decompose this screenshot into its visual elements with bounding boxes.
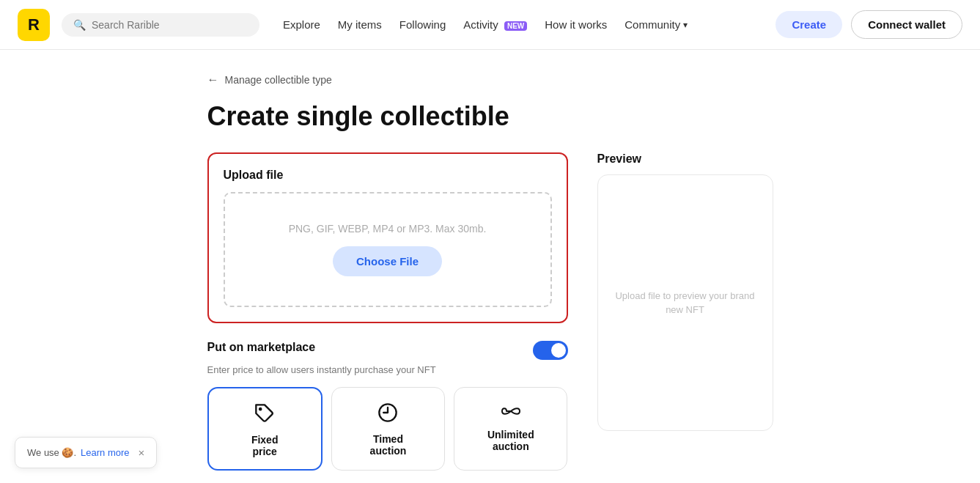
sale-card-unlimited[interactable]: Unlimitedauction bbox=[454, 387, 567, 471]
main: ← Manage collectible type Create single … bbox=[0, 50, 980, 471]
marketplace-row: Put on marketplace bbox=[207, 341, 568, 360]
logo[interactable]: R bbox=[18, 9, 50, 41]
choose-file-button[interactable]: Choose File bbox=[333, 246, 442, 276]
unlimited-auction-label: Unlimitedauction bbox=[487, 429, 534, 452]
breadcrumb-label: Manage collectible type bbox=[225, 74, 332, 86]
toggle-knob bbox=[551, 343, 566, 358]
nav-right: Create Connect wallet bbox=[775, 10, 962, 39]
nav-activity[interactable]: Activity NEW bbox=[463, 18, 527, 31]
search-input[interactable] bbox=[92, 19, 248, 31]
chevron-down-icon: ▾ bbox=[683, 20, 688, 30]
header: R 🔍 Explore My items Following Activity … bbox=[0, 0, 980, 50]
upload-label: Upload file bbox=[224, 169, 552, 182]
upload-hint: PNG, GIF, WEBP, MP4 or MP3. Max 30mb. bbox=[289, 223, 487, 235]
fixed-price-label: Fixedprice bbox=[251, 434, 279, 457]
content-area: ← Manage collectible type Create single … bbox=[190, 73, 791, 471]
nav-explore[interactable]: Explore bbox=[283, 18, 320, 31]
nav-my-items[interactable]: My items bbox=[338, 18, 382, 31]
cookie-close-button[interactable]: × bbox=[139, 446, 145, 459]
timed-auction-label: Timedauction bbox=[370, 433, 407, 457]
breadcrumb[interactable]: ← Manage collectible type bbox=[207, 73, 773, 86]
fixed-price-icon bbox=[254, 403, 275, 427]
cookie-text: We use 🍪. bbox=[27, 447, 76, 458]
nav-how-it-works[interactable]: How it works bbox=[545, 18, 607, 31]
page-title: Create single collectible bbox=[207, 101, 773, 132]
upload-section: Upload file PNG, GIF, WEBP, MP4 or MP3. … bbox=[207, 152, 568, 323]
create-button[interactable]: Create bbox=[775, 11, 842, 38]
preview-box: Upload file to preview your brand new NF… bbox=[597, 174, 773, 431]
unlimited-auction-icon bbox=[499, 402, 523, 421]
nav-following[interactable]: Following bbox=[399, 18, 446, 31]
upload-dropzone[interactable]: PNG, GIF, WEBP, MP4 or MP3. Max 30mb. Ch… bbox=[224, 192, 552, 307]
preview-panel: Preview Upload file to preview your bran… bbox=[597, 152, 773, 471]
svg-point-0 bbox=[259, 408, 261, 410]
connect-wallet-button[interactable]: Connect wallet bbox=[851, 10, 962, 39]
back-arrow-icon: ← bbox=[207, 73, 219, 86]
nav-links: Explore My items Following Activity NEW … bbox=[283, 18, 764, 31]
form-and-preview: Upload file PNG, GIF, WEBP, MP4 or MP3. … bbox=[207, 152, 773, 471]
search-icon: 🔍 bbox=[73, 19, 86, 31]
sale-card-timed[interactable]: Timedauction bbox=[331, 387, 445, 471]
marketplace-section: Put on marketplace Enter price to allow … bbox=[207, 341, 568, 471]
search-bar: 🔍 bbox=[62, 13, 259, 37]
sale-card-fixed[interactable]: Fixedprice bbox=[207, 387, 323, 471]
preview-empty-text: Upload file to preview your brand new NF… bbox=[613, 289, 758, 317]
timed-auction-icon bbox=[377, 402, 398, 426]
preview-title: Preview bbox=[597, 152, 773, 166]
activity-badge: NEW bbox=[504, 21, 527, 31]
sale-cards: Fixedprice Timedauction bbox=[207, 387, 568, 471]
marketplace-toggle[interactable] bbox=[533, 341, 568, 360]
cookie-learn-more[interactable]: Learn more bbox=[81, 447, 129, 458]
marketplace-title: Put on marketplace bbox=[207, 341, 316, 354]
marketplace-subtitle: Enter price to allow users instantly pur… bbox=[207, 364, 568, 375]
cookie-banner: We use 🍪. Learn more × bbox=[15, 437, 157, 468]
nav-community[interactable]: Community ▾ bbox=[625, 18, 688, 31]
form-section: Upload file PNG, GIF, WEBP, MP4 or MP3. … bbox=[207, 152, 568, 471]
